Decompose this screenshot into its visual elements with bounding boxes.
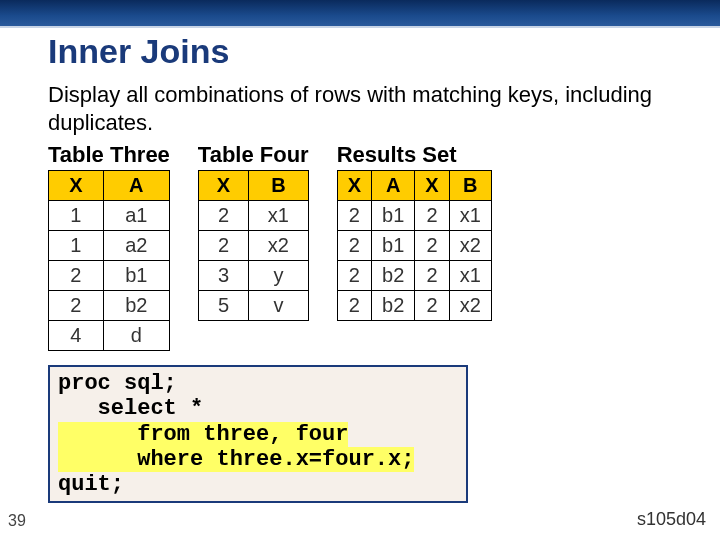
col-header: X (415, 171, 449, 201)
results-label: Results Set (337, 142, 492, 168)
col-header: X (49, 171, 104, 201)
table-row: 2b12x2 (337, 231, 491, 261)
code-line-highlight: where three.x=four.x; (58, 447, 414, 472)
col-header: B (449, 171, 491, 201)
table-four-block: Table Four X B 2x1 2x2 3y 5v (198, 142, 309, 321)
code-line: quit; (58, 472, 124, 497)
table-row: 4d (49, 321, 170, 351)
table-row: 2b12x1 (337, 201, 491, 231)
code-line-highlight: from three, four (58, 422, 348, 447)
col-header: A (103, 171, 169, 201)
results-block: Results Set X A X B 2b12x1 2b12x2 2b22x1… (337, 142, 492, 321)
table-row: 5v (198, 291, 308, 321)
table-row: 2x1 (198, 201, 308, 231)
table-row: 2b2 (49, 291, 170, 321)
results-table: X A X B 2b12x1 2b12x2 2b22x1 2b22x2 (337, 170, 492, 321)
slide-number: 39 (8, 512, 26, 530)
page-title: Inner Joins (48, 32, 672, 71)
table-row: 1a1 (49, 201, 170, 231)
code-line: select * (58, 396, 203, 421)
table-row: 2x2 (198, 231, 308, 261)
slide-content: Inner Joins Display all combinations of … (0, 28, 720, 503)
table-header-row: X B (198, 171, 308, 201)
table-header-row: X A X B (337, 171, 491, 201)
table-three-label: Table Three (48, 142, 170, 168)
table-four: X B 2x1 2x2 3y 5v (198, 170, 309, 321)
col-header: A (372, 171, 415, 201)
table-four-label: Table Four (198, 142, 309, 168)
col-header: B (249, 171, 309, 201)
title-bar (0, 0, 720, 28)
table-row: 2b1 (49, 261, 170, 291)
table-three-block: Table Three X A 1a1 1a2 2b1 2b2 4d (48, 142, 170, 351)
code-line: proc sql; (58, 371, 177, 396)
table-header-row: X A (49, 171, 170, 201)
table-row: 2b22x2 (337, 291, 491, 321)
description-text: Display all combinations of rows with ma… (48, 81, 672, 136)
table-row: 3y (198, 261, 308, 291)
slide-code: s105d04 (637, 509, 706, 530)
col-header: X (337, 171, 371, 201)
tables-row: Table Three X A 1a1 1a2 2b1 2b2 4d Table… (48, 142, 672, 351)
table-row: 1a2 (49, 231, 170, 261)
col-header: X (198, 171, 248, 201)
table-row: 2b22x1 (337, 261, 491, 291)
table-three: X A 1a1 1a2 2b1 2b2 4d (48, 170, 170, 351)
code-block: proc sql; select * from three, four wher… (48, 365, 468, 503)
